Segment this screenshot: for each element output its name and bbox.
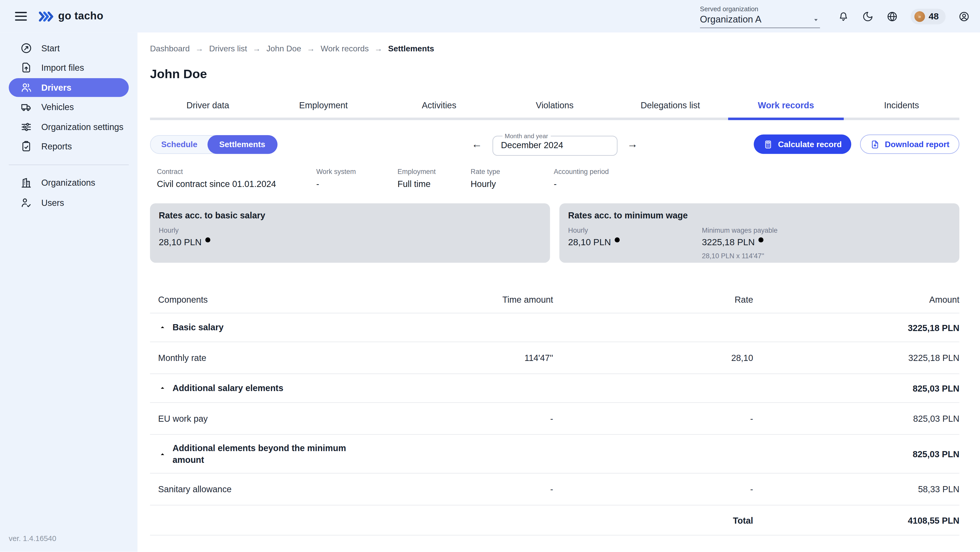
rate-card-title: Rates acc. to basic salary xyxy=(159,210,541,220)
info-icon[interactable] xyxy=(757,235,764,242)
cell-amount: 3225,18 PLN xyxy=(753,353,959,363)
sidebar-item-import-files[interactable]: Import files xyxy=(9,58,129,77)
next-month-arrow-icon[interactable]: → xyxy=(625,137,640,152)
rate-entry-value: 3225,18 PLN xyxy=(702,237,777,247)
rate-card-entry: Hourly28,10 PLN xyxy=(568,227,702,260)
month-and-year-field[interactable]: Month and year December 2024 xyxy=(492,132,617,156)
app-version: ver. 1.4.16540 xyxy=(0,534,138,552)
info-icon[interactable] xyxy=(204,235,211,242)
sidebar-item-vehicles[interactable]: Vehicles xyxy=(9,97,129,116)
calculator-icon xyxy=(763,139,773,149)
file-download-icon xyxy=(870,139,880,149)
collapse-chevron-up-icon[interactable] xyxy=(158,384,167,392)
fileImport-icon xyxy=(20,61,32,74)
contract-field-value: - xyxy=(316,179,397,189)
sliders-icon xyxy=(20,120,32,133)
organization-select[interactable]: Organization A xyxy=(700,14,820,28)
month-field-label: Month and year xyxy=(502,132,551,139)
calculate-record-label: Calculate record xyxy=(778,139,842,149)
clipboard-icon xyxy=(20,140,32,153)
tab-violations[interactable]: Violations xyxy=(497,95,612,118)
credits-badge[interactable]: » 48 xyxy=(911,8,945,24)
breadcrumb-item[interactable]: Work records xyxy=(321,44,369,53)
notifications-bell-icon[interactable] xyxy=(837,10,850,22)
logo-text: go tacho xyxy=(58,10,103,22)
info-icon[interactable] xyxy=(614,235,620,242)
table-row[interactable]: Additional elements beyond the minimum a… xyxy=(150,435,959,474)
toggle-option-schedule[interactable]: Schedule xyxy=(151,136,208,153)
header-right: Served organization Organization A xyxy=(700,5,980,28)
breadcrumb-arrow-icon: → xyxy=(307,44,315,53)
table-row[interactable]: Additional salary elements825,03 PLN xyxy=(150,374,959,403)
cell-amount: 825,03 PLN xyxy=(753,383,959,393)
tab-delegations-list[interactable]: Delegations list xyxy=(612,95,728,118)
sidebar-item-label: Start xyxy=(41,43,60,53)
logo-chevrons-icon xyxy=(38,10,54,22)
rate-card: Rates acc. to basic salaryHourly28,10 PL… xyxy=(150,203,550,263)
collapse-chevron-up-icon[interactable] xyxy=(158,450,167,458)
breadcrumb: Dashboard→Drivers list→John Doe→Work rec… xyxy=(150,44,959,53)
rate-card-entry: Hourly28,10 PLN xyxy=(159,227,293,247)
cell-component: Additional salary elements xyxy=(158,382,428,394)
app-root: go tacho Served organization Organizatio… xyxy=(0,0,980,552)
sidebar-item-drivers[interactable]: Drivers xyxy=(9,78,129,97)
breadcrumb-item[interactable]: Dashboard xyxy=(150,44,190,53)
contract-field-value: Civil contract since 01.01.2024 xyxy=(157,179,316,189)
sidebar-item-label: Import files xyxy=(41,62,84,73)
sidebar-item-reports[interactable]: Reports xyxy=(9,137,129,156)
cell-component: Additional elements beyond the minimum a… xyxy=(158,442,428,466)
cell-time-amount: - xyxy=(428,413,553,423)
sidebar: StartImport filesDriversVehiclesOrganiza… xyxy=(0,32,138,552)
sidebar-item-label: Users xyxy=(41,198,64,207)
userCheck-icon xyxy=(20,196,32,209)
breadcrumb-item[interactable]: John Doe xyxy=(266,44,301,53)
sidebar-item-users[interactable]: Users xyxy=(9,193,129,212)
sidebar-divider xyxy=(9,164,129,165)
download-report-button[interactable]: Download report xyxy=(860,135,959,154)
table-row: Sanitary allowance--58,33 PLN xyxy=(150,474,959,506)
tab-employment[interactable]: Employment xyxy=(266,95,381,118)
dark-mode-moon-icon[interactable] xyxy=(862,10,874,22)
cell-time-amount: - xyxy=(428,484,553,494)
previous-month-arrow-icon[interactable]: ← xyxy=(469,137,485,152)
rate-card: Rates acc. to minimum wageHourly28,10 PL… xyxy=(559,203,959,263)
collapse-chevron-up-icon[interactable] xyxy=(158,323,167,332)
breadcrumb-item[interactable]: Drivers list xyxy=(209,44,247,53)
contract-field-accounting-period: Accounting period- xyxy=(554,168,609,189)
cell-rate: - xyxy=(553,484,753,494)
table-row[interactable]: Basic salary3225,18 PLN xyxy=(150,313,959,342)
download-report-label: Download report xyxy=(885,139,950,149)
rate-entry-value: 28,10 PLN xyxy=(159,237,293,247)
gauge-icon xyxy=(20,41,32,54)
tab-work-records[interactable]: Work records xyxy=(728,95,844,118)
rate-entry-formula: 28,10 PLN x 114'47'' xyxy=(702,252,777,260)
cell-amount: 4108,55 PLN xyxy=(753,515,959,525)
cell-rate: - xyxy=(553,413,753,423)
sidebar-item-label: Organization settings xyxy=(41,121,124,132)
table-row: EU work pay--825,03 PLN xyxy=(150,403,959,435)
tab-incidents[interactable]: Incidents xyxy=(844,95,959,118)
sidebar-secondary-nav: OrganizationsUsers xyxy=(0,172,138,213)
chevron-down-icon xyxy=(812,15,820,23)
rate-card-title: Rates acc. to minimum wage xyxy=(568,210,951,220)
toggle-option-settlements[interactable]: Settlements xyxy=(207,135,277,153)
account-avatar-icon[interactable] xyxy=(958,10,970,22)
sidebar-item-organization-settings[interactable]: Organization settings xyxy=(9,117,129,136)
users-icon xyxy=(20,81,32,94)
sidebar-item-start[interactable]: Start xyxy=(9,38,129,57)
sidebar-item-organizations[interactable]: Organizations xyxy=(9,173,129,192)
cell-component: EU work pay xyxy=(158,413,428,423)
contract-field-label: Rate type xyxy=(471,168,554,175)
table-row: Monthly rate114'47''28,103225,18 PLN xyxy=(150,342,959,374)
tab-activities[interactable]: Activities xyxy=(381,95,497,118)
tab-driver-data[interactable]: Driver data xyxy=(150,95,266,118)
top-header: go tacho Served organization Organizatio… xyxy=(0,0,980,32)
language-globe-icon[interactable] xyxy=(886,10,898,22)
truck-icon xyxy=(20,101,32,113)
cell-rate: 28,10 xyxy=(553,353,753,363)
calculate-record-button[interactable]: Calculate record xyxy=(754,135,851,154)
month-field-value: December 2024 xyxy=(501,140,608,150)
rate-cards: Rates acc. to basic salaryHourly28,10 PL… xyxy=(150,203,959,263)
contract-field-contract: ContractCivil contract since 01.01.2024 xyxy=(157,168,316,189)
hamburger-menu-icon[interactable] xyxy=(15,12,27,21)
